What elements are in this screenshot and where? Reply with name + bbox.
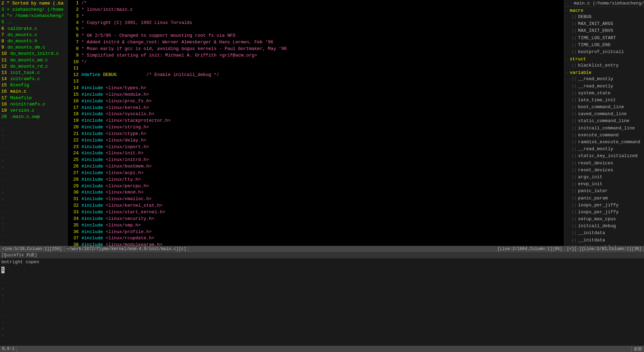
list-item[interactable]: 8 do_mounts.h	[0, 38, 67, 44]
file-panel-line2: 3 + xiehaocheng/ (/home	[0, 7, 67, 13]
tag-item[interactable]: ||panic_later	[564, 188, 644, 195]
separator-dash-19: -	[0, 234, 67, 240]
code-line-15: 15#include <linux/module.h>	[69, 92, 563, 98]
code-line-7: 7 * Added initrd & change_root: Werner A…	[69, 39, 563, 46]
list-item[interactable]: 12 do_mounts_rd.c	[0, 63, 67, 70]
vim-editor: 2 " Sorted by name (.ba 3 + xiehaocheng/…	[0, 0, 644, 352]
code-line-6: 6 * GK 2/5/95 - Changed to support mount…	[69, 33, 563, 39]
separator-dash-3: -	[0, 133, 67, 139]
code-line-38: 38#include <linux/moduleparam.h>	[69, 242, 563, 246]
tag-item[interactable]: ||__read_mostly	[564, 83, 644, 90]
tag-item[interactable]: ||initcall_command_line	[564, 125, 644, 132]
tag-item[interactable]: ||boot_command_line	[564, 104, 644, 111]
extra-line-11: -	[1, 332, 643, 338]
status-file-path: ~/work/1872/flyme/kernel/msm-4.9/init/ma…	[67, 247, 186, 251]
status-position-right: [Line:2/1064,Column:1][0%]	[497, 247, 562, 251]
tag-item[interactable]: ||TIME_LOG_START	[564, 35, 644, 42]
code-line-29: 29#include <linux/percpu.h>	[69, 183, 563, 190]
separator-dash-4: -	[0, 139, 67, 145]
status-tag-position: [<][-][Line:3/83,Column:1][3%]	[567, 247, 642, 251]
code-line-24: 24#include <linux/init.h>	[69, 150, 563, 157]
tag-item[interactable]: ||panic_param	[564, 195, 644, 202]
file-panel-line4: 5 ..	[0, 19, 67, 25]
tag-item[interactable]: ||initcall_debug	[564, 223, 644, 230]
list-item[interactable]: 9 do_mounts_dm.c	[0, 44, 67, 51]
code-line-36: 36#include <linux/profile.h>	[69, 229, 563, 235]
code-line-35: 35#include <linux/smp.h>	[69, 222, 563, 229]
status-right-group: [Line:2/1064,Column:1][0%] [<][-][Line:3…	[495, 247, 644, 251]
tag-item[interactable]: ||late_time_init	[564, 97, 644, 104]
separator-dash-8: -	[0, 164, 67, 171]
extra-line-3: -	[1, 280, 643, 286]
separator-dash-11: -	[0, 183, 67, 189]
tag-section-variable: - variable ||__read_mostly ||__read_most…	[564, 70, 644, 246]
code-line-16: 16#include <linux/proc_fs.h>	[69, 98, 563, 105]
list-item[interactable]: 7 do_mounts.c	[0, 32, 67, 38]
tag-item[interactable]: ||MAX_INIT_ARGS	[564, 20, 644, 27]
code-panel[interactable]: 1/* 2 * linux/init/main.c 3 * 4 * Copyri…	[68, 0, 564, 246]
separator-dash-9: -	[0, 171, 67, 177]
tag-item[interactable]: ||DEBUG	[564, 14, 644, 20]
code-line-27: 27#include <linux/acpi.h>	[69, 170, 563, 177]
bottom-cmd-line[interactable]: botright copen	[0, 258, 644, 266]
code-line-21: 21#include <linux/ctype.h>	[69, 131, 563, 137]
tag-item[interactable]: ||__read_mostly	[564, 76, 644, 83]
code-line-26: 26#include <linux/bootmem.h>	[69, 163, 563, 170]
separator-dash-13: -	[0, 196, 67, 202]
list-item[interactable]: 19 version.c	[0, 108, 67, 114]
tag-item[interactable]: ||system_state	[564, 90, 644, 97]
list-item[interactable]: 14 initramfs.c	[0, 76, 67, 82]
tag-item[interactable]: ||loops_per_jiffy	[564, 209, 644, 216]
extra-line-10: -	[1, 325, 643, 332]
file-panel: 2 " Sorted by name (.ba 3 + xiehaocheng/…	[0, 0, 68, 246]
tag-item[interactable]: ||__initdata	[564, 230, 644, 237]
tag-item[interactable]: ||bootprof_initcall	[564, 49, 644, 55]
extra-line-5: -	[1, 293, 643, 299]
tag-item[interactable]: ||__read_mostly	[564, 146, 644, 153]
tag-item[interactable]: ||ramdisk_execute_command	[564, 139, 644, 146]
list-item[interactable]: 18 noinitramfs.c	[0, 101, 67, 108]
tag-item[interactable]: ||static_command_line	[564, 118, 644, 125]
separator-dash-2: -	[0, 127, 67, 133]
tag-item[interactable]: ||argv_init	[564, 174, 644, 181]
tag-item[interactable]: ||static_key_initialized	[564, 153, 644, 160]
status-bar: <ine:5/20,Column:1][25%] ~/work/1872/fly…	[0, 246, 644, 252]
extra-line-12: -	[1, 338, 643, 345]
file-panel-line3: 4 "= /home/xiehaocheng/	[0, 13, 67, 19]
separator-dash-1: -	[0, 120, 67, 126]
separator-dash-15: -	[0, 208, 67, 215]
tag-item[interactable]: ||envp_init	[564, 181, 644, 188]
separator-dash-16: -	[0, 215, 67, 221]
file-list: 6 calibrate.c 7 do_mounts.c 8 do_mounts.…	[0, 26, 67, 120]
status-left: <ine:5/20,Column:1][25%]	[0, 246, 64, 252]
list-item[interactable]: 10 do_mounts_initrd.c	[0, 51, 67, 57]
list-item[interactable]: 15 Kconfig	[0, 82, 67, 88]
main-area: 2 " Sorted by name (.ba 3 + xiehaocheng/…	[0, 0, 644, 246]
separator-dash-5: -	[0, 145, 67, 152]
list-item-swp[interactable]: 20 .main.c.swp	[0, 114, 67, 120]
code-line-1: 1/*	[69, 0, 563, 7]
code-line-18: 18#include <linux/syscalls.h>	[69, 111, 563, 118]
separator-dash-17: -	[0, 221, 67, 227]
list-item[interactable]: 13 init_task.c	[0, 70, 67, 76]
tag-item[interactable]: ||MAX_INIT_ENVS	[564, 27, 644, 34]
status-position-left: <ine:5/20,Column:1][25%]	[2, 247, 62, 251]
list-item[interactable]: 6 calibrate.c	[0, 26, 67, 32]
code-line-4: 4 * Copyright (C) 1991, 1992 Linus Torva…	[69, 20, 563, 26]
list-item-active[interactable]: 16 main.c	[0, 88, 67, 95]
tag-section-macro: - macro ||DEBUG ||MAX_INIT_ARGS ||MAX_IN…	[564, 8, 644, 55]
tag-item[interactable]: ||TIME_LOG_END	[564, 42, 644, 49]
code-line-9: 9 * Simplified starting of init: Michael…	[69, 52, 563, 59]
tag-item[interactable]: ||saved_command_line	[564, 111, 644, 118]
tag-item[interactable]: ||reset_devices	[564, 160, 644, 167]
tag-panel-title: main.c (/home/xiehaocheng/w	[571, 1, 644, 6]
separator-dash-12: -	[0, 189, 67, 196]
tag-item[interactable]: ||__initdata	[564, 237, 644, 244]
list-item[interactable]: 17 Makefile	[0, 95, 67, 101]
tag-item[interactable]: ||loops_per_jiffy	[564, 202, 644, 209]
tag-item[interactable]: ||reset_devices	[564, 167, 644, 174]
tag-item[interactable]: ||blacklist_entry	[564, 62, 644, 69]
tag-item[interactable]: ||setup_max_cpus	[564, 216, 644, 223]
tag-item[interactable]: ||execute_command	[564, 132, 644, 139]
list-item[interactable]: 11 do_mounts_md.c	[0, 57, 67, 63]
